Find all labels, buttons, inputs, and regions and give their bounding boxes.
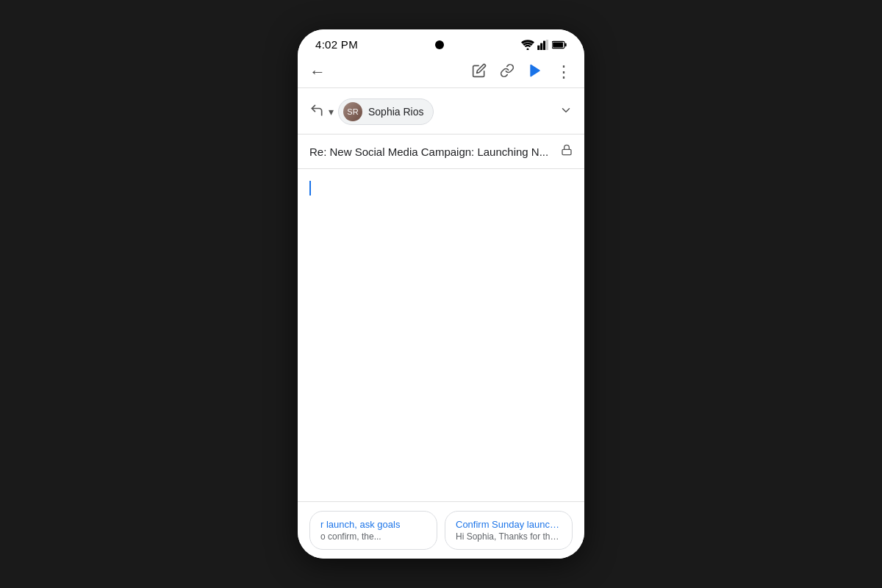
lock-icon: [561, 143, 573, 159]
smart-reply-2[interactable]: Confirm Sunday launch, excited. Hi Sophi…: [445, 511, 573, 550]
reply-button[interactable]: [309, 103, 324, 121]
recipient-name: Sophia Rios: [368, 106, 424, 118]
subject-text: Re: New Social Media Campaign: Launching…: [309, 146, 548, 158]
edit-icon[interactable]: [472, 63, 487, 82]
camera-dot: [435, 40, 444, 49]
svg-rect-2: [540, 43, 542, 49]
smart-reply-2-preview: Hi Sophia, Thanks for the...: [456, 531, 562, 542]
compose-area[interactable]: [298, 169, 584, 501]
svg-rect-9: [562, 149, 571, 154]
toolbar-right: ⋮: [472, 63, 573, 82]
smart-reply-1-title: r launch, ask goals: [320, 519, 426, 530]
toolbar-left: ←: [309, 62, 326, 82]
smart-reply-1-preview: o confirm, the...: [320, 531, 426, 542]
svg-rect-6: [564, 43, 566, 46]
svg-rect-7: [553, 42, 563, 47]
avatar: SR: [343, 102, 362, 121]
svg-rect-3: [543, 40, 545, 49]
wifi-icon: [521, 40, 534, 50]
recipient-chip[interactable]: SR Sophia Rios: [338, 98, 434, 125]
expand-button[interactable]: [559, 104, 573, 121]
reply-header: ▾ SR Sophia Rios: [298, 88, 584, 135]
reply-dropdown-icon[interactable]: ▾: [329, 106, 334, 118]
more-options-button[interactable]: ⋮: [556, 64, 573, 80]
smart-reply-1[interactable]: r launch, ask goals o confirm, the...: [309, 511, 437, 550]
phone-frame: 4:02 PM: [298, 29, 584, 559]
battery-icon: [552, 40, 567, 49]
svg-marker-8: [531, 65, 539, 76]
status-icons: [521, 40, 567, 50]
attach-icon[interactable]: [500, 63, 514, 82]
reply-left: ▾ SR Sophia Rios: [309, 98, 434, 125]
svg-rect-1: [537, 45, 539, 49]
status-bar: 4:02 PM: [298, 29, 584, 57]
status-time: 4:02 PM: [315, 38, 358, 51]
toolbar: ← ⋮: [298, 57, 584, 88]
avatar-initials: SR: [343, 102, 362, 121]
text-cursor: [309, 181, 311, 196]
smart-reply-2-title: Confirm Sunday launch, excited.: [456, 519, 562, 530]
subject-row: Re: New Social Media Campaign: Launching…: [298, 135, 584, 169]
svg-rect-4: [546, 40, 548, 50]
send-button[interactable]: [528, 63, 542, 82]
svg-point-0: [527, 48, 529, 50]
smart-replies-container: r launch, ask goals o confirm, the... Co…: [298, 501, 584, 559]
signal-icon: [537, 40, 549, 50]
back-button[interactable]: ←: [309, 62, 326, 82]
